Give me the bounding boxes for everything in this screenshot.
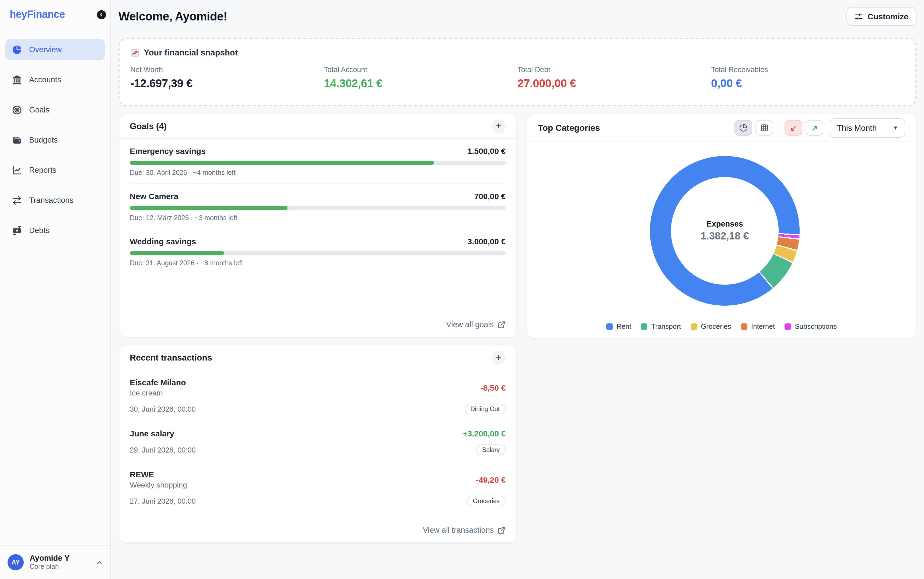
avatar: AY: [8, 554, 24, 571]
goal-target-amount: 3.000,00 €: [467, 237, 506, 246]
table-icon: [760, 124, 768, 132]
stat-value: 0,00 €: [711, 77, 904, 90]
add-goal-button[interactable]: +: [491, 119, 506, 133]
chart-legend: Rent Transport Groceries Internet Subscr…: [527, 322, 916, 330]
external-link-icon: [498, 321, 506, 329]
app-logo: heyFinance: [10, 8, 65, 20]
income-toggle-button[interactable]: ↗: [806, 120, 823, 136]
add-transaction-button[interactable]: +: [491, 350, 506, 365]
category-badge: Salary: [476, 445, 506, 455]
stat-label: Total Debt: [518, 65, 711, 74]
expenses-donut-chart: Expenses 1.382,18 €: [650, 156, 799, 306]
sliders-icon: [855, 12, 863, 21]
goal-name: Wedding savings: [130, 237, 196, 246]
legend-swatch: [741, 323, 747, 330]
goal-progress-bar: [130, 251, 506, 255]
stat-label: Total Account: [324, 65, 518, 74]
sidebar-item-label: Reports: [29, 166, 57, 174]
pie-view-button[interactable]: [734, 120, 752, 136]
legend-item: Internet: [741, 322, 775, 330]
stat-label: Net Worth: [130, 65, 324, 74]
chart-line-icon: [12, 165, 22, 175]
snapshot-title-row: Your financial snapshot: [130, 48, 904, 57]
transaction-name: June salary: [130, 429, 174, 438]
transaction-amount: -49,20 €: [476, 475, 506, 484]
sidebar-item-reports[interactable]: Reports: [5, 159, 105, 181]
stat-value: -12.697,39 €: [130, 77, 324, 90]
transaction-amount: -8,50 €: [480, 383, 506, 392]
stat-total-receivables: Total Receivables 0,00 €: [711, 65, 904, 90]
customize-label: Customize: [867, 12, 908, 21]
sidebar-item-debts[interactable]: Debts: [5, 219, 105, 241]
bank-icon: [12, 75, 22, 85]
main-content: Welcome, Ayomide! Customize Your financi…: [111, 0, 924, 579]
goal-row: New Camera 700,00 € Due: 12. März 2026 ·…: [130, 184, 506, 229]
sidebar-item-label: Transactions: [29, 196, 74, 204]
transaction-date: 29. Juni 2026, 00:00: [130, 446, 196, 454]
snapshot-title: Your financial snapshot: [144, 48, 238, 57]
sidebar-nav: Overview Accounts Goals Budgets: [0, 39, 110, 250]
user-plan: Core plan: [29, 563, 69, 571]
view-all-transactions-link[interactable]: View all transactions: [423, 526, 506, 534]
transaction-date: 30. Juni 2026, 00:00: [130, 405, 196, 413]
top-categories-header: Top Categories ↙: [527, 114, 916, 142]
transaction-date: 27. Juni 2026, 00:00: [130, 497, 196, 505]
wallet-icon: [12, 135, 22, 145]
arrows-left-right-icon: [12, 195, 22, 205]
external-link-icon: [498, 526, 506, 534]
donut-center: Expenses 1.382,18 €: [671, 177, 778, 285]
stat-label: Total Receivables: [711, 65, 904, 74]
sidebar-item-accounts[interactable]: Accounts: [5, 69, 105, 90]
sidebar: heyFinance Overview Accounts: [0, 0, 111, 579]
legend-item: Rent: [606, 322, 631, 330]
banknote-arrows-icon: [12, 225, 22, 236]
sidebar-item-goals[interactable]: Goals: [5, 99, 105, 121]
top-categories-title: Top Categories: [538, 123, 600, 132]
donut-chart-zone: Expenses 1.382,18 € Rent Transport Groce…: [527, 142, 916, 338]
page-title: Welcome, Ayomide!: [118, 10, 227, 23]
goals-card: Goals (4) + Emergency savings 1.500,00 €…: [118, 113, 517, 337]
page-header: Welcome, Ayomide! Customize: [118, 7, 916, 26]
view-all-goals-label: View all goals: [446, 320, 494, 329]
app-root: heyFinance Overview Accounts: [0, 0, 924, 579]
goal-target-amount: 1.500,00 €: [467, 146, 506, 155]
transaction-row: June salary +3.200,00 € 29. Juni 2026, 0…: [130, 421, 506, 462]
goal-target-amount: 700,00 €: [474, 191, 506, 201]
expenses-toggle-button[interactable]: ↙: [785, 120, 802, 136]
goal-progress-bar: [130, 206, 506, 210]
pie-chart-icon: [739, 124, 747, 132]
legend-item: Groceries: [691, 322, 731, 330]
recent-transactions-card: Recent transactions + Eiscafe Milano Ice…: [118, 345, 517, 543]
legend-swatch: [641, 323, 647, 330]
goal-row: Wedding savings 3.000,00 € Due: 31. Augu…: [130, 229, 506, 267]
goal-due-text: Due: 12. März 2026 · ~3 months left: [130, 214, 506, 222]
transaction-row: Eiscafe Milano Ice cream -8,50 € 30. Jun…: [130, 370, 506, 421]
sidebar-item-label: Overview: [29, 45, 62, 54]
legend-label: Subscriptions: [795, 322, 837, 330]
stat-total-debt: Total Debt 27.000,00 €: [518, 65, 711, 90]
transactions-title: Recent transactions: [130, 353, 212, 362]
sidebar-item-overview[interactable]: Overview: [5, 39, 105, 60]
goal-name: New Camera: [130, 191, 178, 201]
table-view-button[interactable]: [755, 120, 773, 136]
legend-item: Transport: [641, 322, 681, 330]
stat-total-account: Total Account 14.302,61 €: [324, 65, 518, 90]
view-all-goals-link[interactable]: View all goals: [446, 320, 506, 329]
user-name: Ayomide Y: [29, 554, 69, 563]
period-value: This Month: [837, 123, 876, 132]
target-icon: [12, 105, 22, 115]
transaction-name: REWE: [130, 469, 187, 479]
customize-button[interactable]: Customize: [847, 7, 916, 26]
legend-label: Internet: [751, 322, 775, 330]
legend-label: Rent: [616, 322, 631, 330]
category-badge: Groceries: [467, 496, 506, 506]
user-menu[interactable]: AY Ayomide Y Core plan: [0, 545, 110, 579]
sidebar-collapse-button[interactable]: [97, 10, 106, 20]
period-select[interactable]: This Month ▼: [830, 118, 905, 137]
goal-due-text: Due: 31. August 2026 · ~8 months left: [130, 259, 506, 267]
sidebar-item-transactions[interactable]: Transactions: [5, 190, 105, 211]
logo-row: heyFinance: [0, 0, 110, 26]
goal-progress-bar: [130, 161, 506, 165]
legend-swatch: [785, 323, 791, 330]
sidebar-item-budgets[interactable]: Budgets: [5, 129, 105, 150]
